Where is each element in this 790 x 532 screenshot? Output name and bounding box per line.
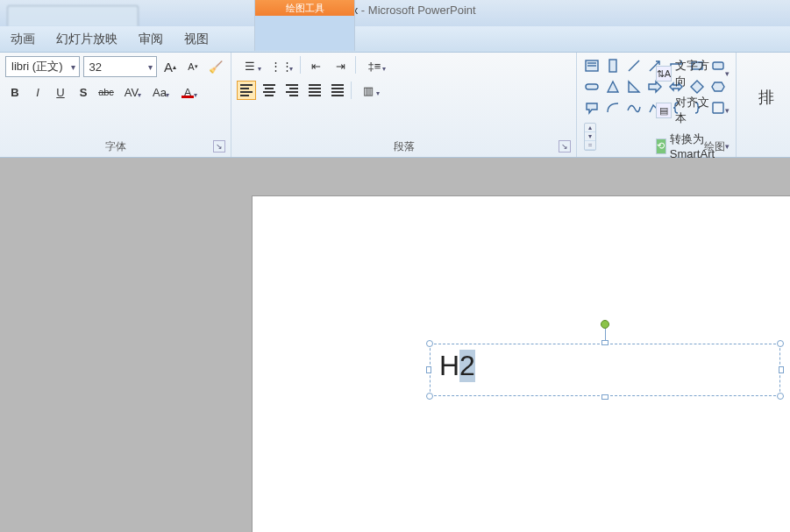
text-char-2-selected: 2 xyxy=(459,350,475,382)
tab-slideshow[interactable]: 幻灯片放映 xyxy=(46,26,128,52)
arrange-button[interactable]: 排 xyxy=(742,56,790,138)
bullets-button[interactable]: ☰ xyxy=(237,56,263,75)
grow-font-button[interactable]: A▴ xyxy=(160,57,180,76)
shrink-font-button[interactable]: A▾ xyxy=(183,57,203,76)
browser-tab-1[interactable] xyxy=(7,5,139,26)
resize-handle-tr[interactable] xyxy=(777,340,784,347)
ribbon-tabs: 动画 幻灯片放映 审阅 视图 格式 xyxy=(0,26,790,53)
svg-rect-8 xyxy=(586,84,598,89)
shape-vtextbox-icon[interactable] xyxy=(603,56,623,75)
strikethrough-button[interactable]: abc xyxy=(96,82,116,102)
resize-handle-ml[interactable] xyxy=(426,366,431,373)
align-distribute-button[interactable] xyxy=(328,81,347,100)
svg-marker-9 xyxy=(608,82,618,92)
shape-curve-icon[interactable] xyxy=(624,98,644,117)
paragraph-group-label: 段落 ↘ xyxy=(237,138,571,155)
resize-handle-bl[interactable] xyxy=(426,393,433,400)
decrease-indent-button[interactable]: ⇤ xyxy=(306,56,325,75)
resize-handle-tm[interactable] xyxy=(601,340,609,345)
tab-animation[interactable]: 动画 xyxy=(0,26,46,52)
contextual-tab-drawing-tools: 绘图工具 xyxy=(254,0,355,51)
text-direction-icon: ⇅A xyxy=(656,66,672,82)
shape-capsule-icon[interactable] xyxy=(582,77,601,96)
ribbon: libri (正文) 32 A▴ A▾ 🧹 B I U S abc AV Aa … xyxy=(0,53,790,158)
rotate-handle[interactable] xyxy=(601,320,609,329)
paragraph-dialog-launcher[interactable]: ↘ xyxy=(559,140,571,153)
align-text-icon: ▤ xyxy=(656,103,672,118)
gallery-up-icon[interactable]: ▴ xyxy=(585,124,595,132)
font-family-select[interactable]: libri (正文) xyxy=(5,56,80,77)
font-group-label: 字体 ↘ xyxy=(5,138,225,155)
font-color-button[interactable]: A xyxy=(175,82,200,102)
window-tabs xyxy=(0,0,139,26)
italic-button[interactable]: I xyxy=(28,82,47,102)
increase-indent-button[interactable]: ⇥ xyxy=(331,56,350,75)
resize-handle-br[interactable] xyxy=(777,393,784,400)
shape-line-icon[interactable] xyxy=(624,56,644,75)
svg-line-4 xyxy=(629,60,639,71)
shape-rtriangle-icon[interactable] xyxy=(624,77,644,96)
shapes-group-label: 绘图 xyxy=(582,138,730,155)
ribbon-group-paragraph: ☰ ⋮⋮ ⇤ ⇥ ‡≡ ▥ ⇅A文字方向▾ ▤对齐文本▾ ⟲转换为 xyxy=(231,53,577,157)
font-dialog-launcher[interactable]: ↘ xyxy=(213,140,225,153)
resize-handle-bm[interactable] xyxy=(601,394,609,400)
shape-arc-icon[interactable] xyxy=(603,98,623,117)
ribbon-group-arrange-partial: 排 xyxy=(737,53,790,157)
textbox-selected[interactable]: H2 xyxy=(430,344,780,396)
title-bar: 123.pptx - Microsoft PowerPoint xyxy=(0,0,790,26)
font-size-select[interactable]: 32 xyxy=(83,56,158,77)
resize-handle-tl[interactable] xyxy=(426,340,433,347)
shape-triangle-icon[interactable] xyxy=(603,77,623,96)
change-case-button[interactable]: Aa xyxy=(147,82,172,102)
tab-view[interactable]: 视图 xyxy=(174,26,219,52)
char-spacing-button[interactable]: AV xyxy=(119,82,144,102)
svg-marker-10 xyxy=(629,82,639,92)
app-name: Microsoft PowerPoint xyxy=(368,4,476,17)
bold-button[interactable]: B xyxy=(5,82,25,102)
align-right-button[interactable] xyxy=(282,81,302,100)
text-char-h: H xyxy=(439,350,459,382)
columns-button[interactable]: ▥ xyxy=(355,81,381,100)
align-left-button[interactable] xyxy=(237,81,256,100)
line-spacing-button[interactable]: ‡≡ xyxy=(361,56,388,75)
shadow-button[interactable]: S xyxy=(74,82,93,102)
text-direction-button[interactable]: ⇅A文字方向▾ xyxy=(652,56,733,91)
slide-workspace: H2 xyxy=(0,182,790,532)
slide-canvas[interactable]: H2 xyxy=(253,196,790,532)
ribbon-group-font: libri (正文) 32 A▴ A▾ 🧹 B I U S abc AV Aa … xyxy=(0,53,231,157)
resize-handle-mr[interactable] xyxy=(779,366,784,373)
tab-review[interactable]: 审阅 xyxy=(128,26,174,52)
shape-textbox-icon[interactable] xyxy=(582,56,601,75)
svg-rect-3 xyxy=(609,60,616,72)
textbox-text[interactable]: H2 xyxy=(431,344,779,387)
align-center-button[interactable] xyxy=(260,81,279,100)
underline-button[interactable]: U xyxy=(51,82,70,102)
align-text-button[interactable]: ▤对齐文本▾ xyxy=(652,93,733,128)
shape-callout-icon[interactable] xyxy=(582,98,601,117)
clear-format-button[interactable]: 🧹 xyxy=(206,57,225,76)
align-justify-button[interactable] xyxy=(305,81,324,100)
contextual-tab-title: 绘图工具 xyxy=(255,0,354,16)
numbering-button[interactable]: ⋮⋮ xyxy=(268,56,295,75)
